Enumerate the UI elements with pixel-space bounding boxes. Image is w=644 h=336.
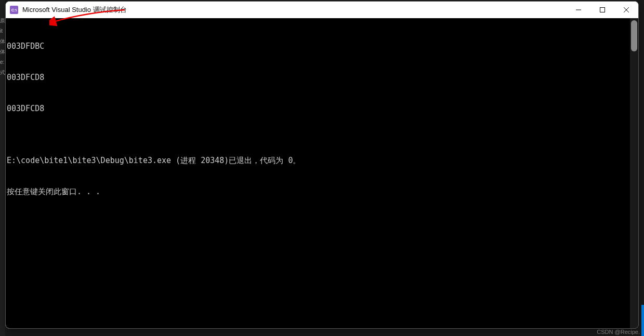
- console-window: C:\ Microsoft Visual Studio 调试控制台 003DFD…: [5, 1, 639, 329]
- window-controls: [567, 2, 638, 18]
- watermark-text: CSDN @Recipe.: [597, 329, 640, 335]
- console-output[interactable]: 003DFDBC 003DFCD8 003DFCD8 E:\code\bite1…: [6, 18, 638, 328]
- output-line: 003DFDBC: [7, 41, 637, 51]
- minimize-button[interactable]: [567, 2, 590, 18]
- vertical-scrollbar[interactable]: [630, 18, 638, 328]
- close-icon: [624, 7, 629, 12]
- background-gutter: 原 it 体 体 e: 式: [0, 0, 5, 336]
- output-line: 003DFCD8: [7, 72, 637, 83]
- output-line: 003DFCD8: [7, 103, 637, 114]
- minimize-icon: [576, 7, 581, 12]
- maximize-button[interactable]: [590, 2, 614, 18]
- titlebar[interactable]: C:\ Microsoft Visual Studio 调试控制台: [6, 2, 638, 18]
- window-title: Microsoft Visual Studio 调试控制台: [22, 5, 567, 15]
- output-line: E:\code\bite1\bite3\Debug\bite3.exe (进程 …: [7, 155, 637, 166]
- svg-rect-1: [600, 8, 605, 12]
- output-line: 按任意键关闭此窗口. . .: [7, 186, 637, 197]
- maximize-icon: [600, 7, 605, 12]
- app-icon: C:\: [10, 6, 18, 14]
- right-edge-strip: [641, 305, 644, 336]
- scroll-thumb[interactable]: [631, 20, 637, 51]
- close-button[interactable]: [614, 2, 638, 18]
